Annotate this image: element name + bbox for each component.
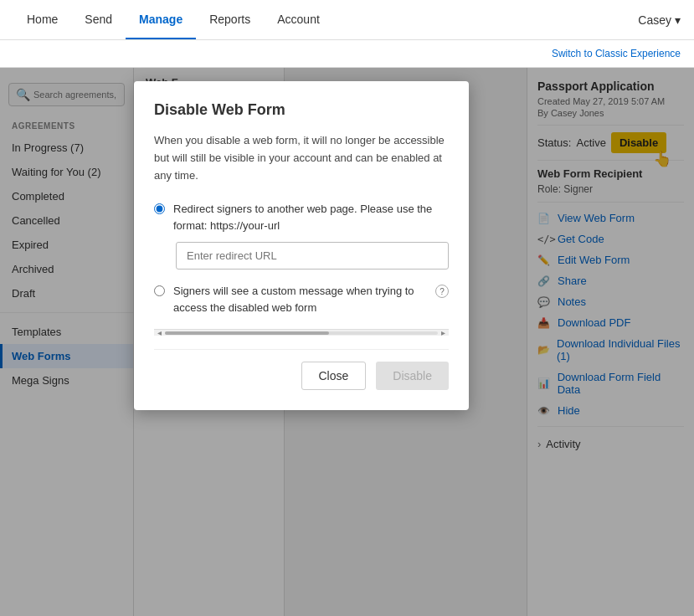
chevron-down-icon: ▾ bbox=[675, 13, 681, 27]
modal-title: Disable Web Form bbox=[154, 101, 449, 119]
scroll-left-arrow[interactable]: ◂ bbox=[157, 328, 162, 337]
radio-custom-message-label: Signers will see a custom message when t… bbox=[173, 283, 427, 316]
nav-reports[interactable]: Reports bbox=[196, 0, 264, 40]
modal-footer: Close Disable bbox=[154, 349, 449, 390]
radio-redirect-input[interactable] bbox=[154, 203, 165, 214]
switch-classic-link[interactable]: Switch to Classic Experience bbox=[552, 48, 681, 59]
nav-manage[interactable]: Manage bbox=[126, 1, 196, 39]
radio-redirect-label: Redirect signers to another web page. Pl… bbox=[173, 201, 449, 234]
radio-option-redirect[interactable]: Redirect signers to another web page. Pl… bbox=[154, 201, 449, 234]
radio-custom-message-input[interactable] bbox=[154, 285, 165, 296]
nav-send[interactable]: Send bbox=[71, 0, 126, 40]
sub-header: Switch to Classic Experience bbox=[0, 40, 694, 68]
scroll-right-arrow[interactable]: ▸ bbox=[441, 328, 445, 337]
modal-overlay: Disable Web Form When you disable a web … bbox=[0, 68, 694, 616]
nav-home[interactable]: Home bbox=[13, 0, 71, 40]
close-button[interactable]: Close bbox=[301, 362, 367, 390]
top-nav: Home Send Manage Reports Account Casey ▾ bbox=[0, 0, 694, 40]
scroll-track[interactable] bbox=[165, 331, 438, 335]
nav-account[interactable]: Account bbox=[264, 0, 333, 40]
help-icon[interactable]: ? bbox=[435, 285, 449, 298]
disable-form-button[interactable]: Disable bbox=[376, 362, 449, 390]
user-menu[interactable]: Casey ▾ bbox=[638, 13, 681, 27]
redirect-url-input[interactable] bbox=[176, 242, 449, 270]
modal-body-text: When you disable a web form, it will no … bbox=[154, 132, 449, 184]
radio-option-custom-message[interactable]: Signers will see a custom message when t… bbox=[154, 283, 449, 316]
modal-scroll-bar[interactable]: ◂ ▸ bbox=[154, 329, 449, 336]
scroll-thumb bbox=[165, 331, 329, 335]
modal: Disable Web Form When you disable a web … bbox=[134, 81, 469, 410]
